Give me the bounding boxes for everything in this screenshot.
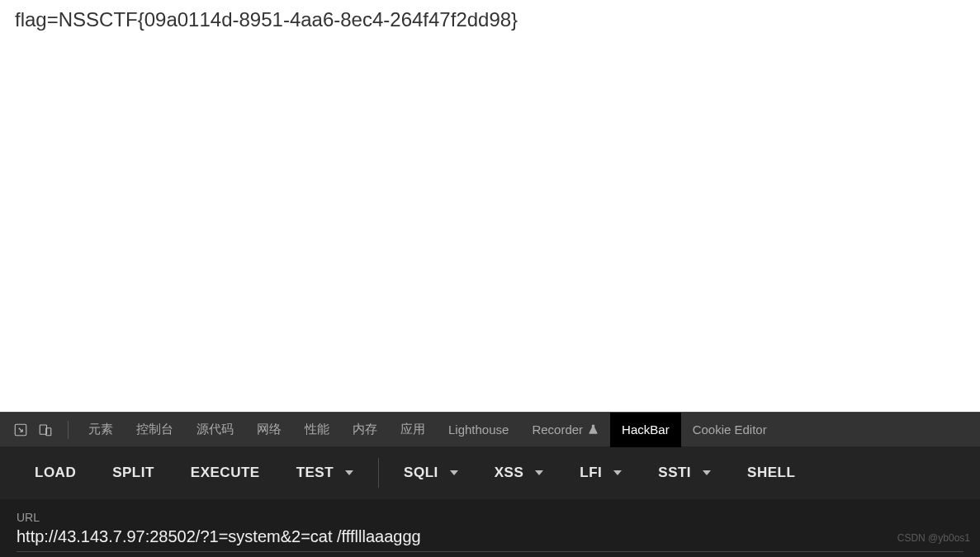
- btn-label: LFI: [580, 465, 602, 481]
- tab-label: 网络: [257, 422, 282, 437]
- tab-lighthouse[interactable]: Lighthouse: [437, 413, 520, 447]
- devtools-panel: 元素 控制台 源代码 网络 性能 内存 应用 Lighthouse Record…: [0, 412, 980, 557]
- divider: [68, 421, 69, 439]
- url-section: URL: [0, 499, 980, 557]
- tab-label: Cookie Editor: [693, 422, 767, 437]
- tab-cookie-editor[interactable]: Cookie Editor: [681, 413, 779, 447]
- divider: [378, 458, 379, 488]
- tab-hackbar[interactable]: HackBar: [610, 413, 681, 447]
- chevron-down-icon: [613, 470, 622, 475]
- btn-label: SHELL: [747, 465, 795, 481]
- devtools-tabbar: 元素 控制台 源代码 网络 性能 内存 应用 Lighthouse Record…: [0, 412, 980, 446]
- tab-memory[interactable]: 内存: [341, 413, 389, 447]
- tab-label: 内存: [353, 422, 377, 437]
- tab-label: 元素: [88, 422, 113, 437]
- split-button[interactable]: SPLIT: [94, 446, 173, 499]
- url-label: URL: [17, 511, 963, 524]
- tab-label: Recorder: [532, 422, 583, 437]
- test-dropdown[interactable]: TEST: [278, 446, 372, 499]
- tab-label: 源代码: [196, 422, 234, 437]
- tab-label: 控制台: [136, 422, 173, 437]
- shell-dropdown[interactable]: SHELL: [729, 446, 813, 499]
- tab-label: 性能: [305, 422, 329, 437]
- tab-label: Lighthouse: [448, 422, 509, 437]
- inspect-icon[interactable]: [13, 422, 28, 437]
- chevron-down-icon: [345, 470, 353, 475]
- url-input[interactable]: [17, 527, 963, 552]
- device-toggle-icon[interactable]: [38, 422, 53, 437]
- page-content: flag=NSSCTF{09a0114d-8951-4aa6-8ec4-264f…: [0, 0, 980, 384]
- tab-recorder[interactable]: Recorder: [520, 413, 610, 447]
- tab-application[interactable]: 应用: [389, 413, 437, 447]
- btn-label: SQLI: [404, 465, 438, 481]
- sqli-dropdown[interactable]: SQLI: [386, 446, 476, 499]
- btn-label: EXECUTE: [191, 465, 260, 481]
- flag-text: flag=NSSCTF{09a0114d-8951-4aa6-8ec4-264f…: [15, 8, 965, 31]
- execute-button[interactable]: EXECUTE: [173, 446, 278, 499]
- load-button[interactable]: LOAD: [17, 446, 94, 499]
- lfi-dropdown[interactable]: LFI: [561, 446, 640, 499]
- devtools-icons: [7, 422, 59, 437]
- flask-icon: [588, 424, 599, 435]
- chevron-down-icon: [535, 470, 543, 475]
- btn-label: SSTI: [658, 465, 691, 481]
- tab-elements[interactable]: 元素: [77, 413, 125, 447]
- btn-label: LOAD: [35, 465, 76, 481]
- tab-sources[interactable]: 源代码: [185, 413, 245, 447]
- watermark: CSDN @yb0os1: [897, 532, 970, 544]
- btn-label: SPLIT: [112, 465, 154, 481]
- btn-label: XSS: [495, 465, 524, 481]
- tab-label: HackBar: [622, 422, 670, 437]
- tab-label: 应用: [400, 422, 425, 437]
- chevron-down-icon: [450, 470, 458, 475]
- btn-label: TEST: [296, 465, 334, 481]
- tab-performance[interactable]: 性能: [293, 413, 341, 447]
- tab-console[interactable]: 控制台: [125, 413, 185, 447]
- tab-network[interactable]: 网络: [245, 413, 293, 447]
- chevron-down-icon: [703, 470, 711, 475]
- ssti-dropdown[interactable]: SSTI: [640, 446, 729, 499]
- xss-dropdown[interactable]: XSS: [476, 446, 562, 499]
- hackbar-toolbar: LOAD SPLIT EXECUTE TEST SQLI XSS LFI SST…: [0, 446, 980, 499]
